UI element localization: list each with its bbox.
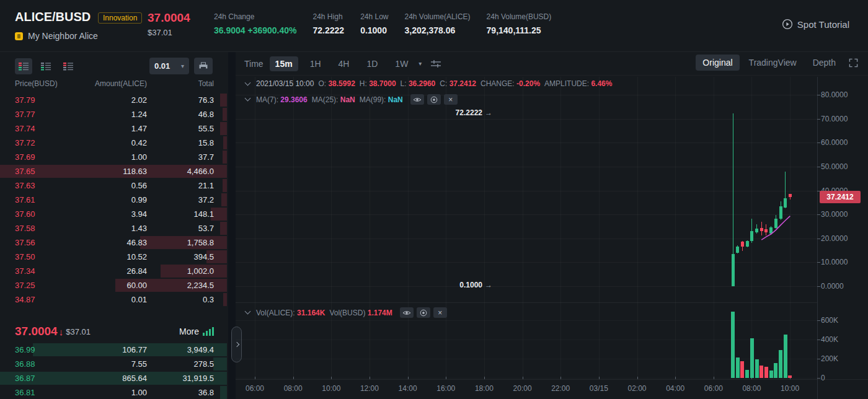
gridline — [236, 119, 817, 120]
more-link[interactable]: More — [179, 327, 214, 336]
info-segment: MA(25): NaN — [312, 95, 355, 104]
segment-label: Vol(BUSD) — [329, 309, 367, 317]
ma-close-button[interactable]: × — [444, 94, 458, 105]
order-book-ask-row[interactable]: 37.792.0276.3 — [0, 93, 228, 107]
total-cell: 37.2 — [147, 193, 214, 207]
price-cell: 37.72 — [15, 136, 76, 150]
chevron-down-icon[interactable] — [245, 309, 251, 315]
volume-settings-button[interactable] — [417, 307, 430, 318]
price-cell: 37.61 — [15, 193, 76, 207]
segment-label: MA(7): — [256, 95, 280, 104]
order-book-ask-row[interactable]: 37.2560.002,234.5 — [0, 278, 228, 292]
depth-bar — [220, 222, 227, 235]
interval-4h[interactable]: 4H — [333, 56, 355, 71]
fullscreen-icon — [849, 58, 858, 68]
volume-visibility-button[interactable] — [400, 307, 414, 318]
order-book-ask-row[interactable]: 37.691.0037.7 — [0, 150, 228, 164]
book-mode-both-icon[interactable] — [15, 58, 32, 74]
interval-15m[interactable]: 15m — [270, 56, 298, 71]
price-cell: 37.34 — [15, 264, 76, 278]
order-book-ask-row[interactable]: 37.5646.831,758.8 — [0, 235, 228, 250]
total-cell: 21.1 — [147, 178, 214, 193]
depth-bar — [223, 136, 227, 149]
gridline — [331, 77, 332, 379]
book-mode-bids-icon[interactable] — [37, 58, 55, 74]
info-segment: AMPLITUDE: 6.46% — [544, 79, 612, 88]
stat-label: 24h Low — [360, 12, 388, 21]
fullscreen-button[interactable] — [849, 58, 858, 68]
info-segment: O: 38.5992 — [318, 79, 355, 88]
interval-1d[interactable]: 1D — [361, 56, 383, 71]
ma-settings-button[interactable] — [427, 94, 441, 105]
order-book-ask-row[interactable]: 34.870.010.3 — [0, 292, 228, 307]
order-book-bid-row[interactable]: 36.887.55278.5 — [0, 357, 228, 371]
gridline — [599, 77, 600, 379]
order-book-ask-row[interactable]: 37.5010.52394.5 — [0, 250, 228, 264]
tab-tradingview[interactable]: TradingView — [742, 55, 804, 71]
volume-bar — [736, 357, 740, 378]
volume-close-button[interactable]: × — [433, 307, 447, 318]
order-book-ask-row[interactable]: 37.603.94148.1 — [0, 207, 228, 221]
order-book-bid-row[interactable]: 36.87865.6431,919.5 — [0, 371, 228, 385]
amount-cell: 0.56 — [76, 178, 147, 193]
ma-visibility-button[interactable] — [410, 94, 424, 105]
interval-more-chevron-icon[interactable]: ▾ — [418, 60, 422, 67]
chevron-down-icon[interactable] — [245, 79, 251, 86]
interval-1w[interactable]: 1W — [389, 56, 414, 71]
amount-cell: 118.63 — [76, 164, 147, 178]
gridline — [236, 359, 817, 359]
precision-dropdown[interactable]: 0.01 ▾ — [149, 58, 189, 74]
order-book-toolbar: 0.01 ▾ — [15, 57, 219, 76]
amount-cell: 7.55 — [76, 357, 147, 371]
arrow-right-icon: → — [485, 108, 492, 117]
price-cell: 34.87 — [15, 292, 76, 307]
total-cell: 278.5 — [147, 357, 214, 371]
segment-label: H: — [360, 79, 369, 88]
token-name: My Neighbor Alice — [28, 31, 98, 41]
book-display-button[interactable] — [194, 58, 213, 74]
order-book-ask-row[interactable]: 37.610.9937.2 — [0, 193, 228, 207]
tab-depth[interactable]: Depth — [806, 55, 843, 71]
innovation-badge[interactable]: Innovation — [98, 12, 142, 24]
price-cell: 37.58 — [15, 221, 76, 235]
order-book-bid-row[interactable]: 36.99106.773,949.4 — [0, 343, 228, 357]
depth-bars-icon — [203, 327, 214, 336]
chevron-down-icon[interactable] — [245, 95, 251, 102]
price-cell: 37.79 — [15, 93, 76, 107]
volume-axis-label: 0 — [821, 374, 825, 382]
segment-label: AMPLITUDE: — [544, 79, 591, 88]
candle — [746, 241, 749, 247]
volume-bar — [764, 367, 768, 378]
high-annotation: 72.2222→ — [456, 108, 492, 117]
segment-label: MA(99): — [360, 95, 388, 104]
volume-bar — [769, 370, 773, 378]
spot-tutorial-link[interactable]: Spot Tutorial — [782, 19, 849, 30]
info-segment: MA(99): NaN — [360, 95, 403, 104]
volume-bar — [740, 361, 744, 378]
order-book-ask-row[interactable]: 37.581.4353.7 — [0, 221, 228, 235]
order-book-ask-row[interactable]: 37.741.4755.5 — [0, 121, 228, 136]
candle — [779, 206, 782, 219]
order-book-ask-row[interactable]: 37.630.5621.1 — [0, 178, 228, 193]
segment-value: 38.5992 — [328, 79, 355, 88]
segment-value: -0.20% — [516, 79, 540, 88]
trading-app: ALICE/BUSD Innovation My Neighbor Alice … — [0, 0, 868, 399]
amount-cell: 3.94 — [76, 207, 147, 221]
gridline — [370, 77, 370, 379]
candle — [784, 198, 787, 208]
order-book-ask-row[interactable]: 37.720.4215.8 — [0, 136, 228, 150]
time-axis-label: 02:00 — [627, 384, 646, 393]
indicator-settings-icon[interactable] — [430, 59, 441, 68]
book-mode-asks-icon[interactable] — [60, 58, 77, 74]
candle-wick — [751, 219, 752, 243]
order-book-bid-row[interactable]: 36.811.0036.8 — [0, 385, 228, 399]
price-axis-label: 0.0000 — [821, 282, 844, 291]
order-book-ask-row[interactable]: 37.65118.634,466.0 — [0, 164, 228, 178]
order-book-ask-row[interactable]: 37.3426.841,002.0 — [0, 264, 228, 278]
spot-tutorial-label: Spot Tutorial — [797, 19, 849, 30]
tab-original[interactable]: Original — [696, 55, 739, 71]
order-book-ask-row[interactable]: 37.771.2446.8 — [0, 107, 228, 121]
time-axis-label: 03/15 — [590, 384, 608, 393]
candle-wick — [737, 245, 738, 253]
interval-1h[interactable]: 1H — [304, 56, 327, 71]
